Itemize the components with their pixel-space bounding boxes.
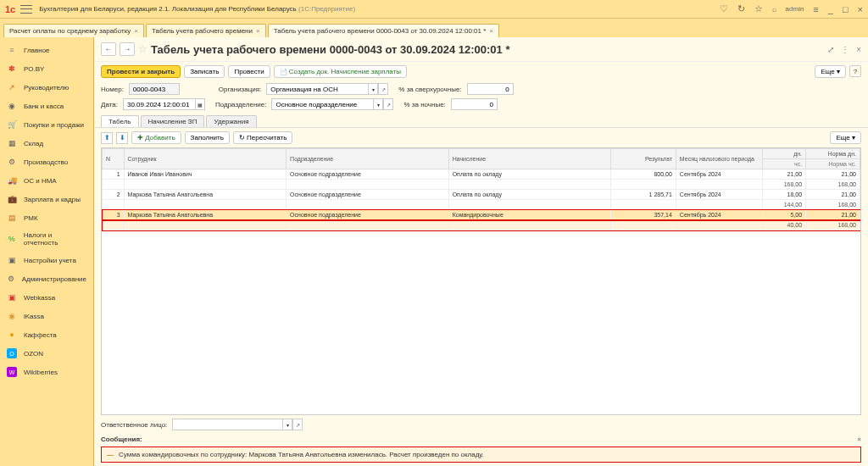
sidebar-item-poby[interactable]: ✽PO.BY	[0, 59, 93, 78]
sidebar-item-bank[interactable]: ◉Банк и касса	[0, 97, 93, 115]
org-field[interactable]	[266, 83, 368, 95]
number-label: Номер:	[101, 86, 124, 93]
table-row-sub[interactable]: 168,00168,00	[103, 180, 860, 190]
subtab-accrual[interactable]: Начисление ЗП	[141, 115, 205, 127]
timesheet-table[interactable]: N Сотрудник Подразделение Начисление Рез…	[102, 148, 860, 230]
responsible-label: Ответственное лицо:	[101, 421, 167, 429]
tab-timesheet-list[interactable]: Табель учета рабочего времени×	[146, 24, 266, 37]
col-acc: Начисление	[448, 149, 611, 169]
org-open-icon[interactable]: ↗	[378, 83, 388, 95]
date-label: Дата:	[101, 101, 118, 108]
sidebar-item-taxes[interactable]: %Налоги и отчетность	[0, 227, 93, 251]
sidebar-item-os[interactable]: 🚚ОС и НМА	[0, 171, 93, 190]
date-picker-icon[interactable]: ▦	[195, 98, 205, 110]
nav-forward-button[interactable]: →	[120, 42, 135, 56]
sidebar-item-wildberries[interactable]: WWildberries	[0, 363, 93, 381]
menu-burger-icon[interactable]	[20, 5, 32, 14]
col-dept: Подразделение	[287, 149, 449, 169]
page-title: Табель учета рабочего времени 0000-0043 …	[151, 43, 824, 56]
date-field[interactable]	[123, 98, 195, 110]
menu-dots-icon[interactable]: ⋮	[841, 45, 849, 54]
recalc-button[interactable]: ↻ Пересчитать	[233, 131, 293, 144]
link-icon[interactable]: ⤢	[827, 45, 834, 54]
responsible-dropdown-icon[interactable]: ▾	[282, 419, 292, 430]
message-item[interactable]: — Сумма командировочных по сотруднику: М…	[101, 447, 861, 463]
night-field[interactable]	[451, 98, 498, 110]
message-text: Сумма командировочных по сотруднику: Мар…	[119, 451, 484, 458]
favorite-icon[interactable]: ☆	[138, 43, 147, 55]
responsible-open-icon[interactable]: ↗	[292, 419, 303, 430]
sidebar-item-kaffesta[interactable]: ●Каффеста	[0, 325, 93, 344]
sidebar-item-manager[interactable]: ↗Руководителю	[0, 78, 93, 97]
dept-open-icon[interactable]: ↗	[383, 98, 393, 110]
sidebar-item-sales[interactable]: 🛒Покупки и продажи	[0, 115, 93, 134]
sidebar-item-ozon[interactable]: OOZON	[0, 344, 93, 363]
create-salary-doc-button[interactable]: Создать док. Начисление зарплаты	[274, 65, 407, 78]
star-icon[interactable]: ☆	[754, 3, 763, 14]
night-label: % за ночные:	[403, 101, 445, 108]
sidebar-item-settings[interactable]: ▣Настройки учета	[0, 251, 93, 269]
table-more-button[interactable]: Еще ▾	[830, 131, 861, 144]
close-app-icon[interactable]: ×	[858, 4, 863, 14]
sidebar-item-admin[interactable]: ⚙Администрирование	[0, 269, 93, 288]
more-button[interactable]: Еще ▾	[815, 65, 846, 78]
help-button[interactable]: ?	[849, 65, 861, 77]
col-norm-days: Норма дн.	[806, 149, 860, 159]
settings-icon[interactable]: ≡	[813, 4, 818, 14]
close-icon[interactable]: ×	[256, 27, 260, 35]
nav-back-button[interactable]: ←	[101, 42, 116, 56]
sidebar-item-warehouse[interactable]: ▦Склад	[0, 134, 93, 153]
messages-close-icon[interactable]: ×	[857, 435, 861, 443]
sidebar: ≡Главное ✽PO.BY ↗Руководителю ◉Банк и ка…	[0, 37, 93, 466]
subtab-deductions[interactable]: Удержания	[206, 115, 256, 127]
close-icon[interactable]: ×	[134, 27, 138, 35]
col-n: N	[103, 149, 125, 169]
maximize-icon[interactable]: □	[843, 4, 849, 14]
sidebar-item-rmk[interactable]: ▤РМК	[0, 208, 93, 227]
dept-label: Подразделение:	[215, 101, 267, 108]
responsible-field[interactable]	[172, 419, 282, 430]
org-dropdown-icon[interactable]: ▾	[368, 83, 378, 95]
add-row-button[interactable]: ✚ Добавить	[131, 131, 181, 144]
table-row-sub[interactable]: 40,00168,00	[103, 220, 860, 230]
col-days: дн.	[763, 149, 806, 159]
col-period: Месяц налогового периода	[676, 149, 762, 169]
number-field[interactable]	[129, 83, 180, 95]
user-label[interactable]: admin	[786, 5, 804, 13]
write-button[interactable]: Записать	[184, 65, 225, 78]
tab-average-pay[interactable]: Расчет оплаты по среднему заработку×	[3, 24, 144, 37]
close-icon[interactable]: ×	[489, 27, 493, 35]
fill-button[interactable]: Заполнить	[185, 131, 230, 144]
overtime-field[interactable]	[467, 83, 514, 95]
dept-field[interactable]	[271, 98, 373, 110]
table-row[interactable]: 1Иванов Иван ИвановичОсновное подразделе…	[103, 169, 860, 180]
history-icon[interactable]: ↻	[737, 3, 745, 14]
move-down-button[interactable]: ⬇	[116, 132, 128, 144]
overtime-label: % за сверхурочные:	[398, 86, 461, 93]
app-title: Бухгалтерия для Беларуси, редакция 2.1. …	[39, 5, 719, 13]
table-row[interactable]: 3Маркова Татьяна АнатольевнаОсновное под…	[103, 210, 860, 220]
table-row-sub[interactable]: 144,00168,00	[103, 200, 860, 210]
post-close-button[interactable]: Провести и закрыть	[101, 65, 181, 78]
bell-icon[interactable]: ♡	[720, 3, 728, 14]
org-label: Организация:	[219, 86, 261, 93]
sidebar-item-webkassa[interactable]: ▣Webkassa	[0, 288, 93, 307]
subtab-timesheet[interactable]: Табель	[101, 115, 139, 127]
close-panel-icon[interactable]: ×	[856, 45, 861, 54]
minimize-icon[interactable]: _	[828, 4, 833, 14]
tab-timesheet-doc[interactable]: Табель учета рабочего времени 0000-0043 …	[268, 24, 499, 37]
dept-dropdown-icon[interactable]: ▾	[373, 98, 383, 110]
messages-label: Сообщения:	[101, 435, 142, 443]
app-logo: 1c	[5, 4, 15, 14]
sidebar-item-salary[interactable]: 💼Зарплата и кадры	[0, 190, 93, 208]
sidebar-item-main[interactable]: ≡Главное	[0, 41, 93, 59]
post-button[interactable]: Провести	[228, 65, 270, 78]
table-row[interactable]: 2Маркова Татьяна АнатольевнаОсновное под…	[103, 190, 860, 200]
warning-icon: —	[107, 451, 114, 458]
col-hours: чс.	[763, 159, 806, 169]
sidebar-item-ikassa[interactable]: ◉iKassa	[0, 307, 93, 325]
move-up-button[interactable]: ⬆	[101, 132, 113, 144]
search-icon[interactable]: ⌕	[772, 5, 776, 14]
col-emp: Сотрудник	[124, 149, 287, 169]
sidebar-item-production[interactable]: ⚙Производство	[0, 153, 93, 171]
